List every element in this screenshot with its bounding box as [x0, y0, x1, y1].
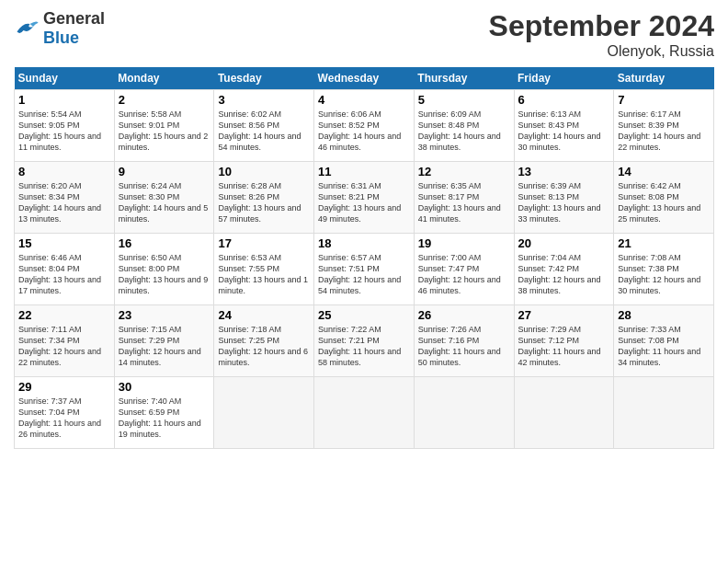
- sunset: Sunset: 8:52 PM: [318, 121, 380, 130]
- day-info: Sunrise: 5:58 AM Sunset: 9:01 PM Dayligh…: [119, 109, 210, 154]
- day-number: 29: [18, 380, 110, 394]
- sunrise: Sunrise: 7:11 AM: [18, 325, 82, 334]
- sunset: Sunset: 8:34 PM: [18, 192, 80, 201]
- calendar-day-cell: 27 Sunrise: 7:29 AM Sunset: 7:12 PM Dayl…: [514, 305, 614, 377]
- day-number: 25: [318, 308, 410, 322]
- calendar-day-cell: 12 Sunrise: 6:35 AM Sunset: 8:17 PM Dayl…: [414, 162, 514, 234]
- sunrise: Sunrise: 6:46 AM: [18, 253, 82, 262]
- day-number: 19: [418, 236, 510, 250]
- day-info: Sunrise: 6:50 AM Sunset: 8:00 PM Dayligh…: [119, 252, 210, 297]
- calendar-day-cell: 6 Sunrise: 6:13 AM Sunset: 8:43 PM Dayli…: [514, 90, 614, 162]
- weekday-header-row: Sunday Monday Tuesday Wednesday Thursday…: [15, 67, 714, 90]
- day-info: Sunrise: 7:11 AM Sunset: 7:34 PM Dayligh…: [18, 324, 110, 369]
- sunrise: Sunrise: 5:58 AM: [119, 109, 182, 119]
- day-number: 30: [119, 380, 210, 394]
- sunrise: Sunrise: 7:15 AM: [119, 325, 182, 334]
- sunrise: Sunrise: 6:53 AM: [218, 253, 281, 262]
- sunrise: Sunrise: 6:06 AM: [318, 109, 381, 119]
- sunrise: Sunrise: 7:00 AM: [418, 253, 482, 262]
- calendar-day-cell: 11 Sunrise: 6:31 AM Sunset: 8:21 PM Dayl…: [314, 162, 415, 234]
- day-info: Sunrise: 7:15 AM Sunset: 7:29 PM Dayligh…: [119, 324, 210, 369]
- day-info: Sunrise: 6:13 AM Sunset: 8:43 PM Dayligh…: [518, 109, 610, 154]
- calendar-day-cell: [214, 377, 314, 449]
- sunrise: Sunrise: 6:39 AM: [518, 181, 582, 190]
- sunset: Sunset: 6:59 PM: [119, 408, 180, 417]
- sunset: Sunset: 8:26 PM: [218, 192, 279, 201]
- header-monday: Monday: [114, 67, 214, 90]
- day-number: 6: [518, 93, 610, 107]
- calendar-day-cell: 25 Sunrise: 7:22 AM Sunset: 7:21 PM Dayl…: [314, 305, 415, 377]
- daylight: Daylight: 11 hours and 26 minutes.: [18, 419, 101, 439]
- day-number: 11: [318, 165, 410, 178]
- daylight: Daylight: 13 hours and 41 minutes.: [418, 203, 501, 224]
- sunrise: Sunrise: 6:17 AM: [618, 109, 681, 119]
- sunset: Sunset: 8:39 PM: [618, 121, 679, 130]
- sunrise: Sunrise: 6:20 AM: [18, 181, 82, 190]
- sunrise: Sunrise: 7:40 AM: [119, 396, 182, 406]
- calendar-day-cell: 15 Sunrise: 6:46 AM Sunset: 8:04 PM Dayl…: [15, 234, 115, 305]
- calendar-day-cell: 17 Sunrise: 6:53 AM Sunset: 7:55 PM Dayl…: [214, 234, 314, 305]
- day-number: 10: [218, 165, 310, 178]
- sunrise: Sunrise: 7:26 AM: [418, 325, 482, 334]
- daylight: Daylight: 14 hours and 54 minutes.: [218, 132, 301, 152]
- sunrise: Sunrise: 7:04 AM: [518, 253, 582, 262]
- daylight: Daylight: 11 hours and 34 minutes.: [618, 347, 700, 367]
- month-title: September 2024: [489, 9, 714, 43]
- calendar-day-cell: 3 Sunrise: 6:02 AM Sunset: 8:56 PM Dayli…: [214, 90, 314, 162]
- calendar-day-cell: 26 Sunrise: 7:26 AM Sunset: 7:16 PM Dayl…: [414, 305, 514, 377]
- calendar-day-cell: 18 Sunrise: 6:57 AM Sunset: 7:51 PM Dayl…: [314, 234, 415, 305]
- calendar-week-row: 8 Sunrise: 6:20 AM Sunset: 8:34 PM Dayli…: [15, 162, 714, 234]
- day-number: 28: [618, 308, 710, 322]
- day-number: 24: [218, 308, 310, 322]
- daylight: Daylight: 14 hours and 5 minutes.: [119, 203, 209, 224]
- sunrise: Sunrise: 7:22 AM: [318, 325, 381, 334]
- calendar-day-cell: 19 Sunrise: 7:00 AM Sunset: 7:47 PM Dayl…: [414, 234, 514, 305]
- daylight: Daylight: 12 hours and 38 minutes.: [518, 275, 601, 295]
- calendar-day-cell: 29 Sunrise: 7:37 AM Sunset: 7:04 PM Dayl…: [15, 377, 115, 449]
- calendar-week-row: 15 Sunrise: 6:46 AM Sunset: 8:04 PM Dayl…: [15, 234, 714, 305]
- sunrise: Sunrise: 7:37 AM: [18, 396, 82, 406]
- daylight: Daylight: 13 hours and 57 minutes.: [218, 203, 301, 224]
- daylight: Daylight: 12 hours and 30 minutes.: [618, 275, 700, 295]
- sunrise: Sunrise: 6:57 AM: [318, 253, 381, 262]
- daylight: Daylight: 12 hours and 14 minutes.: [119, 347, 201, 367]
- calendar-day-cell: 13 Sunrise: 6:39 AM Sunset: 8:13 PM Dayl…: [514, 162, 614, 234]
- daylight: Daylight: 12 hours and 54 minutes.: [318, 275, 401, 295]
- daylight: Daylight: 13 hours and 25 minutes.: [618, 203, 700, 224]
- day-info: Sunrise: 6:53 AM Sunset: 7:55 PM Dayligh…: [218, 252, 310, 297]
- day-number: 4: [318, 93, 410, 107]
- day-info: Sunrise: 6:31 AM Sunset: 8:21 PM Dayligh…: [318, 180, 410, 225]
- daylight: Daylight: 12 hours and 22 minutes.: [18, 347, 101, 367]
- sunrise: Sunrise: 7:08 AM: [618, 253, 681, 262]
- daylight: Daylight: 13 hours and 9 minutes.: [119, 275, 209, 295]
- day-number: 21: [618, 236, 710, 250]
- day-info: Sunrise: 7:00 AM Sunset: 7:47 PM Dayligh…: [418, 252, 510, 297]
- sunrise: Sunrise: 6:09 AM: [418, 109, 482, 119]
- logo-icon: [14, 18, 40, 39]
- location: Olenyok, Russia: [489, 43, 714, 60]
- calendar-table: Sunday Monday Tuesday Wednesday Thursday…: [14, 67, 714, 449]
- sunset: Sunset: 7:42 PM: [518, 264, 580, 273]
- day-number: 18: [318, 236, 410, 250]
- day-number: 16: [119, 236, 210, 250]
- daylight: Daylight: 11 hours and 42 minutes.: [518, 347, 601, 367]
- sunset: Sunset: 7:38 PM: [618, 264, 679, 273]
- day-info: Sunrise: 6:35 AM Sunset: 8:17 PM Dayligh…: [418, 180, 510, 225]
- sunset: Sunset: 7:55 PM: [218, 264, 279, 273]
- calendar-week-row: 1 Sunrise: 5:54 AM Sunset: 9:05 PM Dayli…: [15, 90, 714, 162]
- logo: General Blue: [14, 9, 105, 48]
- sunset: Sunset: 7:25 PM: [218, 336, 279, 345]
- sunset: Sunset: 9:05 PM: [18, 121, 80, 130]
- daylight: Daylight: 11 hours and 19 minutes.: [119, 419, 201, 439]
- daylight: Daylight: 14 hours and 13 minutes.: [18, 203, 101, 224]
- header-tuesday: Tuesday: [214, 67, 314, 90]
- day-number: 15: [18, 236, 110, 250]
- sunset: Sunset: 7:16 PM: [418, 336, 480, 345]
- sunrise: Sunrise: 6:02 AM: [218, 109, 281, 119]
- calendar-day-cell: 4 Sunrise: 6:06 AM Sunset: 8:52 PM Dayli…: [314, 90, 415, 162]
- day-info: Sunrise: 6:17 AM Sunset: 8:39 PM Dayligh…: [618, 109, 710, 154]
- day-number: 14: [618, 165, 710, 178]
- daylight: Daylight: 11 hours and 50 minutes.: [418, 347, 501, 367]
- day-number: 8: [18, 165, 110, 178]
- daylight: Daylight: 14 hours and 46 minutes.: [318, 132, 401, 152]
